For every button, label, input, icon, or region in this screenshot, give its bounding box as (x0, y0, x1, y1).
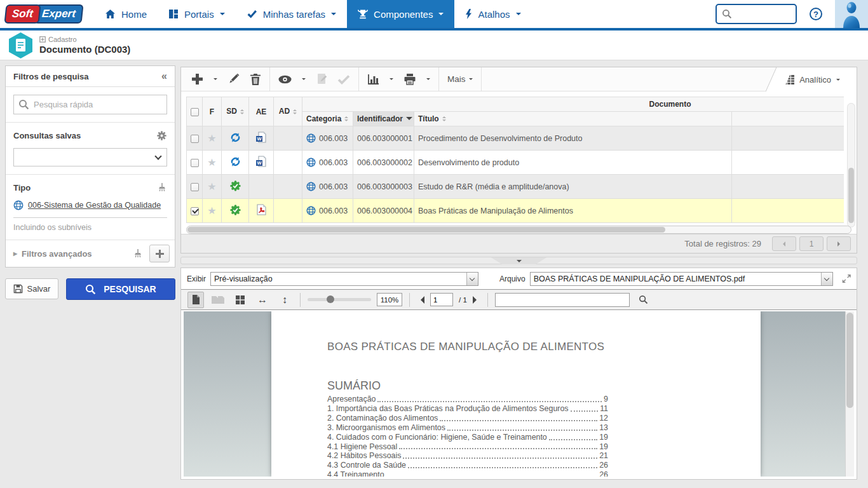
toolbar-divider (358, 67, 359, 91)
select-all-header[interactable] (187, 97, 203, 126)
zoom-level-box[interactable]: 110% (377, 293, 402, 306)
svg-text:W: W (257, 136, 262, 142)
col-header-ae[interactable]: AE (249, 97, 274, 126)
favorite-star-icon[interactable]: ★ (207, 133, 216, 144)
arquivo-select[interactable]: BOAS PRÁTICAS DE MANIPULAÇÃO DE ALIMENTO… (530, 272, 833, 286)
single-page-view-button[interactable] (187, 292, 204, 308)
previous-page-icon[interactable] (417, 296, 424, 304)
row-checkbox[interactable] (191, 183, 199, 191)
table-row[interactable]: ★ W 006.003 006.003000001 (187, 126, 844, 151)
components-trophy-icon (358, 9, 368, 19)
more-actions-button[interactable]: Mais (442, 69, 478, 90)
scrollbar-thumb[interactable] (187, 227, 665, 233)
fit-width-button[interactable]: ↔ (254, 292, 271, 308)
chevron-down-icon (220, 13, 225, 18)
analytic-view-tab[interactable]: Analítico (778, 67, 857, 92)
advanced-filters-toggle[interactable]: ▸ Filtros avançados (13, 249, 133, 259)
cell-titulo: Boas Práticas de Manipulação de Alimento… (414, 199, 732, 223)
table-row[interactable]: ★ W 006.003 006.003000003 (187, 175, 844, 199)
view-dropdown[interactable] (297, 69, 311, 90)
col-header-categoria[interactable]: Categoria (302, 112, 353, 126)
nav-item-componentes[interactable]: Componentes (347, 0, 454, 28)
print-dropdown[interactable] (421, 69, 435, 90)
current-page-button[interactable]: 1 (799, 236, 824, 251)
save-search-button[interactable]: Salvar (5, 278, 58, 299)
col-header-sd[interactable]: SD (222, 97, 249, 126)
scrollbar-thumb[interactable] (846, 313, 853, 408)
search-icon (18, 99, 29, 112)
breadcrumb-block: Cadastro Documento (DC003) (39, 36, 130, 55)
nav-item-portais[interactable]: Portais (158, 0, 236, 28)
tasks-check-icon (247, 10, 257, 19)
toc-entry: Apresentação9 (327, 395, 608, 404)
gear-icon[interactable] (156, 130, 167, 141)
chart-button[interactable] (362, 69, 384, 90)
col-header-f[interactable]: F (203, 97, 222, 126)
table-horizontal-scrollbar[interactable] (186, 226, 851, 234)
table-vertical-scrollbar[interactable] (847, 103, 855, 227)
global-search-input[interactable] (732, 10, 783, 19)
table-row[interactable]: ★ W 006.003 006.003000004 (187, 199, 844, 223)
fit-height-button[interactable]: ↕ (276, 292, 293, 308)
row-checkbox[interactable] (191, 135, 199, 143)
panel-splitter[interactable] (180, 257, 857, 264)
home-icon (105, 9, 116, 19)
fullscreen-expand-icon[interactable] (842, 274, 851, 283)
word-file-icon[interactable]: W (255, 132, 267, 143)
add-filter-button[interactable] (149, 245, 170, 262)
table-grid-icon (783, 75, 794, 85)
next-page-button[interactable] (827, 236, 851, 251)
collapse-panel-icon (517, 260, 522, 265)
row-checkbox[interactable] (191, 207, 199, 215)
global-search-box[interactable] (715, 4, 797, 24)
exibir-select[interactable]: Pré-visualização (210, 272, 478, 286)
softexpert-logo[interactable]: Soft Expert (6, 0, 81, 28)
favorite-star-icon[interactable]: ★ (207, 157, 216, 168)
chart-dropdown[interactable] (384, 69, 398, 90)
select-all-checkbox[interactable] (191, 108, 199, 116)
saved-queries-select[interactable] (13, 148, 167, 166)
view-document-button[interactable] (273, 69, 297, 90)
nav-item-minhas-tarefas[interactable]: Minhas tarefas (236, 0, 347, 28)
clear-filter-broom-icon[interactable] (133, 248, 143, 259)
zoom-slider-knob[interactable] (327, 295, 334, 303)
favorite-star-icon[interactable]: ★ (207, 205, 216, 216)
type-value-link[interactable]: 006-Sistema de Gestão da Qualidade (28, 201, 161, 210)
sort-icon (293, 107, 297, 116)
edit-document-button[interactable] (222, 69, 245, 90)
col-header-identificador[interactable]: Identificador (353, 112, 414, 126)
page-number-input[interactable] (430, 293, 453, 306)
user-avatar[interactable] (835, 0, 868, 28)
col-header-ad[interactable]: AD (274, 97, 302, 126)
prev-page-button[interactable] (772, 236, 796, 251)
zoom-slider[interactable] (308, 298, 371, 301)
pdf-search-input[interactable] (495, 293, 630, 307)
col-header-titulo[interactable]: Título (414, 112, 732, 126)
add-document-button[interactable] (186, 69, 208, 90)
help-icon[interactable]: ? (810, 8, 822, 20)
row-checkbox[interactable] (191, 159, 199, 167)
collapse-sidebar-icon[interactable]: « (161, 71, 167, 82)
pdf-search-button[interactable] (635, 293, 652, 307)
scrollbar-thumb[interactable] (848, 168, 854, 223)
print-button[interactable] (398, 69, 421, 90)
pdf-page: BOAS PRÁTICAS DE MANIPULAÇÃO DE ALIMENTO… (271, 311, 761, 477)
delete-document-button[interactable] (245, 69, 266, 90)
word-file-icon[interactable]: W (255, 156, 267, 167)
quick-search-input[interactable] (13, 95, 167, 114)
nav-item-home[interactable]: Home (94, 0, 158, 28)
add-document-dropdown[interactable] (208, 69, 222, 90)
table-row[interactable]: ★ W 006.003 006.003000002 (187, 151, 844, 175)
nav-item-atalhos[interactable]: Atalhos (454, 0, 531, 28)
pdf-file-icon[interactable] (255, 204, 267, 215)
splitter-handle[interactable] (491, 257, 547, 264)
next-page-icon[interactable] (473, 296, 480, 304)
clear-filter-broom-icon[interactable] (157, 182, 167, 193)
in-revision-icon (230, 132, 241, 143)
pencil-icon (227, 73, 240, 85)
thumbnail-view-button[interactable] (232, 292, 248, 308)
favorite-star-icon[interactable]: ★ (207, 181, 216, 192)
search-submit-button[interactable]: PESQUISAR (66, 278, 175, 300)
pdf-vertical-scrollbar[interactable] (845, 311, 854, 477)
breadcrumb[interactable]: Cadastro (39, 36, 130, 43)
